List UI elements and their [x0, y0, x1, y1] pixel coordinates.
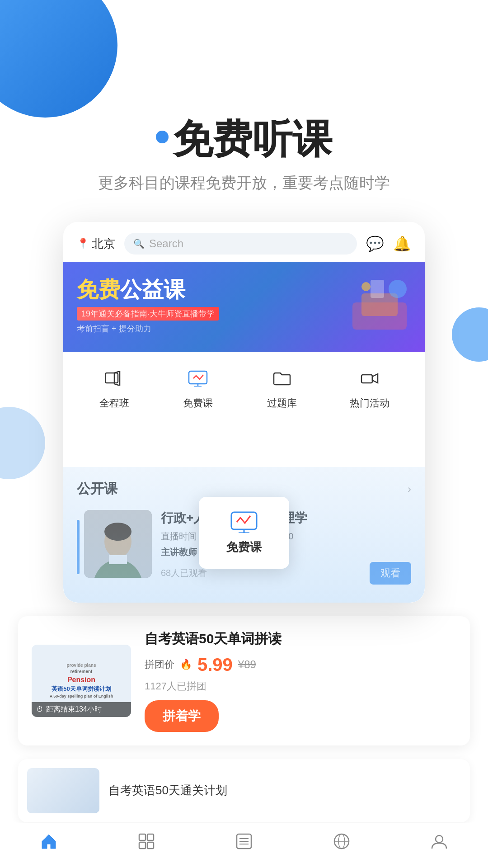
search-bar[interactable]: 🔍 Search — [124, 233, 357, 255]
nav-item-home[interactable] — [40, 832, 58, 854]
popup-icon — [230, 510, 258, 535]
svg-rect-22 — [139, 842, 145, 849]
hero-section: 免费听课 更多科目的课程免费开放，重要考点随时学 — [0, 0, 488, 195]
category-item-2[interactable]: 过题库 — [266, 365, 298, 410]
svg-rect-23 — [147, 842, 154, 849]
banner-illustration — [343, 266, 416, 339]
popup-card[interactable]: 免费课 — [199, 497, 289, 569]
bottom-nav — [0, 823, 488, 868]
product-word-cloud: provide plans retirement Pension 英语50天单词… — [50, 662, 113, 699]
bell-icon[interactable]: 🔔 — [393, 235, 411, 252]
svg-rect-3 — [371, 280, 384, 298]
price-label: 拼团价 — [145, 658, 174, 671]
phone-mockup: 📍 北京 🔍 Search 💬 🔔 免费公益课 19年通关必备指南·大牛师资直播… — [63, 222, 425, 602]
category-label-2: 过题库 — [267, 396, 297, 410]
clock-icon: ⏱ — [36, 705, 43, 713]
category-item-3[interactable]: 热门活动 — [350, 365, 389, 410]
product-thumb: provide plans retirement Pension 英语50天单词… — [32, 645, 131, 717]
product-countdown: 距离结束134小时 — [46, 705, 102, 714]
banner-title-colored: 免费 — [77, 278, 120, 302]
nav-item-profile[interactable] — [430, 832, 448, 854]
bottom-preview-title: 自考英语50天通关计划 — [108, 783, 227, 798]
price-original: ¥89 — [238, 658, 256, 671]
hero-badge-dot — [156, 131, 169, 143]
price-row: 拼团价 🔥 5.99 ¥89 — [145, 655, 456, 675]
svg-rect-5 — [105, 373, 118, 383]
popup-label: 免费课 — [226, 539, 262, 555]
category-label-0: 全程班 — [99, 396, 129, 410]
product-countdown-overlay: ⏱ 距离结束134小时 — [32, 702, 131, 717]
category-icon-broadcast — [354, 365, 385, 392]
category-bar: 全程班 免费课 过题库 — [63, 352, 425, 415]
category-icon-monitor — [182, 365, 214, 392]
banner-title-rest: 公益课 — [120, 278, 185, 302]
product-info: 自考英语50天单词拼读 拼团价 🔥 5.99 ¥89 1127人已拼团 拼着学 — [145, 630, 456, 732]
bottom-preview-thumb — [27, 768, 99, 813]
nav-item-courses[interactable] — [137, 832, 155, 854]
location-text: 北京 — [92, 236, 115, 252]
nav-item-discover[interactable] — [333, 832, 351, 854]
svg-point-4 — [361, 282, 371, 291]
nav-item-list[interactable] — [235, 832, 253, 854]
category-item-0[interactable]: 全程班 — [99, 365, 130, 410]
price-icon: 🔥 — [180, 659, 192, 670]
search-placeholder: Search — [149, 237, 183, 250]
product-name: 自考英语50天单词拼读 — [145, 630, 456, 647]
svg-point-2 — [389, 280, 407, 298]
category-icon-video — [99, 365, 130, 392]
product-section: provide plans retirement Pension 英语50天单词… — [18, 616, 470, 745]
category-section: 全程班 免费课 过题库 — [63, 352, 425, 415]
phone-mockup-wrapper: 📍 北京 🔍 Search 💬 🔔 免费公益课 19年通关必备指南·大牛师资直播… — [0, 222, 488, 602]
bottom-preview[interactable]: 自考英语50天通关计划 — [18, 759, 470, 822]
message-icon[interactable]: 💬 — [366, 235, 384, 252]
category-label-3: 热门活动 — [350, 396, 389, 410]
location-label[interactable]: 📍 北京 — [77, 236, 115, 252]
list-icon — [235, 832, 253, 854]
svg-rect-10 — [361, 375, 372, 383]
category-label-1: 免费课 — [183, 396, 213, 410]
svg-point-31 — [436, 835, 443, 843]
sold-count: 1127人已拼团 — [145, 679, 456, 693]
hero-title: 免费听课 — [0, 118, 488, 161]
hero-title-text: 免费听课 — [173, 118, 332, 161]
home-icon — [40, 832, 58, 854]
grid-icon — [137, 832, 155, 854]
discover-icon — [333, 832, 351, 854]
price-current: 5.99 — [197, 655, 233, 675]
header-icons: 💬 🔔 — [366, 235, 411, 252]
search-icon: 🔍 — [133, 238, 145, 249]
location-icon: 📍 — [77, 238, 89, 250]
svg-rect-21 — [147, 834, 154, 840]
app-header: 📍 北京 🔍 Search 💬 🔔 — [63, 222, 425, 262]
hero-subtitle: 更多科目的课程免费开放，重要考点随时学 — [0, 170, 488, 195]
svg-rect-20 — [139, 834, 145, 840]
category-item-1[interactable]: 免费课 — [182, 365, 214, 410]
banner-subtitle: 19年通关必备指南·大牛师资直播带学 — [77, 307, 219, 321]
app-banner: 免费公益课 19年通关必备指南·大牛师资直播带学 考前扫盲 + 提分助力 — [63, 262, 425, 352]
group-buy-button[interactable]: 拼着学 — [145, 700, 219, 732]
svg-marker-11 — [372, 374, 378, 383]
svg-rect-12 — [231, 512, 257, 529]
category-icon-folder — [266, 365, 298, 392]
profile-icon — [430, 832, 448, 854]
